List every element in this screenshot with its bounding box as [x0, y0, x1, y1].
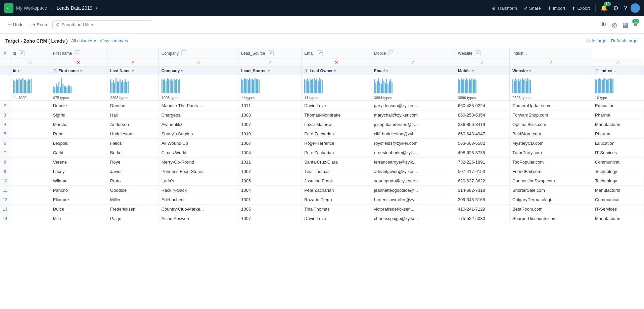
histogram-bar [312, 79, 313, 93]
list-icon-button[interactable]: ≡ 12 [632, 20, 639, 30]
table-cell: 620-637-3622 [455, 176, 509, 186]
types-id: 1 - 4900 [10, 95, 50, 101]
settings-button[interactable]: ⚙ [611, 3, 620, 13]
col-id-expand-icon[interactable]: ⤢ [19, 50, 25, 56]
table-row[interactable]: 13DulceFredericksenCountry·Club·Marke...… [0, 205, 644, 214]
col-lastname-filter[interactable]: Last Name ▾ [107, 67, 159, 75]
refresh-target-button[interactable]: Refresh target [611, 38, 639, 43]
col-email-filter[interactable]: Email ▾ [371, 67, 455, 75]
col-id-filter[interactable]: id ▾ [10, 67, 50, 75]
table-row[interactable]: 8VereneRoyeMerry-Go-Round1011Santa·Cruz·… [0, 158, 644, 167]
col-company-filter[interactable]: Company ▾ [158, 67, 238, 75]
table-row[interactable]: 2DonnieDensonMaurice·The·Pants·...1011Da… [0, 101, 644, 111]
histogram-bar [66, 87, 67, 93]
histogram-bar [512, 79, 513, 93]
back-button[interactable]: ← [4, 3, 13, 13]
import-button[interactable]: ⬇ Import [545, 4, 568, 12]
col-firstname-dropdown-icon[interactable]: ▾ [80, 69, 82, 73]
table-cell: Pharma [592, 111, 644, 120]
table-cell: roycfields@zylker.com [371, 139, 455, 148]
project-dropdown-icon[interactable]: ▾ [96, 6, 98, 10]
col-company-dropdown-icon[interactable]: ▾ [181, 69, 183, 73]
table-cell: 1007 [238, 139, 302, 148]
col-firstname-expand-icon[interactable]: ⤢ [75, 50, 80, 56]
table-cell [10, 111, 50, 120]
all-columns-button[interactable]: All columns ▾ [71, 38, 96, 43]
col-mobile-expand-icon[interactable]: ⤢ [388, 50, 394, 56]
histogram-bar [308, 81, 309, 93]
table-row[interactable]: 3SigfridHallChargepal1008Thomas·Mondrake… [0, 111, 644, 120]
transform-button[interactable]: ⊕ Transform [489, 4, 520, 12]
table-cell: Hall [107, 111, 159, 120]
histogram-bar [389, 81, 390, 93]
histogram-bar [162, 79, 163, 93]
share-button[interactable]: ⤢ Share [521, 4, 544, 12]
table-row[interactable]: 4MarchallAndersonAwthentikz1007Lazar·Mat… [0, 120, 644, 129]
status-leadsource: ✓ [238, 58, 302, 67]
chart-icon-button[interactable]: ▦ [621, 20, 630, 30]
view-summary-button[interactable]: View summary [100, 38, 128, 43]
col-industry-header: Indust... [510, 48, 592, 58]
table-row[interactable]: 9LaceyJavierPender's·Food·Stores1007Tina… [0, 167, 644, 176]
col-leadowner-filter[interactable]: T Lead Owner ▾ [302, 67, 371, 75]
col-email-expand-icon[interactable]: ⤢ [317, 50, 323, 56]
table-row[interactable]: 5RubeHuddlestonSunny's·Surplus1010Pete·Z… [0, 129, 644, 139]
col-firstname-header: First name ⤢ [50, 48, 107, 58]
col-email-dropdown-icon[interactable]: ▾ [386, 69, 388, 73]
table-cell [10, 120, 50, 129]
col-leadowner-type-icon: T [304, 69, 308, 73]
target-icon-button[interactable]: ◎ [610, 20, 618, 30]
col-mobile-dropdown-icon[interactable]: ▾ [472, 69, 474, 73]
view-toggle-eye-button[interactable]: 👁 [599, 20, 608, 30]
table-row[interactable]: 12ElianoreMillerErlebacher's1001Rozario·… [0, 195, 644, 205]
export-button[interactable]: ⬆ Export [569, 4, 593, 12]
histogram-bar [118, 82, 119, 93]
table-cell: charlesspaige@zylke... [371, 214, 455, 223]
col-company-expand-icon[interactable]: ⤢ [181, 50, 187, 56]
table-cell: Leupold [50, 139, 107, 148]
histogram-bar [124, 82, 125, 93]
notifications-button[interactable]: 🔔 12 [598, 3, 610, 13]
search-box[interactable]: ⚲ [52, 20, 153, 29]
table-cell: 12 [0, 195, 10, 205]
table-cell: Manufacturin [592, 214, 644, 223]
col-leadowner-dropdown-icon[interactable]: ▾ [334, 69, 336, 73]
col-lastname-dropdown-icon[interactable]: ▾ [132, 69, 134, 73]
table-cell: Maurice·The·Pants·... [158, 101, 238, 111]
table-row[interactable]: 14MilePaigeAsian·Answers1007David·Lovech… [0, 214, 644, 223]
col-leadsource-header: Lead_Source ⤢ [238, 48, 302, 58]
table-cell: 1011 [238, 158, 302, 167]
toolbar: ↩ Undo ↪ Redo ⚲ 👁 ◎ ▦ ≡ 12 [0, 16, 644, 34]
table-cell: Goodloe [107, 186, 159, 195]
status-ok-icon: ✓ [549, 60, 553, 65]
data-table: # id ⤢ First name ⤢ [0, 48, 644, 223]
search-input[interactable] [61, 22, 149, 27]
table-cell: 1005 [238, 176, 302, 186]
col-id-dropdown-icon[interactable]: ▾ [18, 69, 19, 73]
table-row[interactable]: 10WilmarProtoLuria's1005Jasmine·Franksea… [0, 176, 644, 186]
col-leadsource-expand-icon[interactable]: ⤢ [268, 50, 274, 56]
table-row[interactable]: 6LeupoldFieldsAll·Wound·Up1007Roger·Terr… [0, 139, 644, 148]
table-row[interactable]: 11PanchoGoodloeRack·N·Sack1004Pete·Zacha… [0, 186, 644, 195]
col-industry-filter[interactable]: T Indust... [592, 67, 644, 75]
hide-target-button[interactable]: Hide target [586, 38, 608, 43]
table-cell: Circus·World [158, 148, 238, 158]
histogram-bar [386, 79, 387, 93]
table-row[interactable]: 7CathiBurkeCircus·World1004Pete·Zacharia… [0, 148, 644, 158]
user-avatar[interactable] [631, 3, 640, 13]
top-navigation: ← My Workspace › Leads Data 2019 ▾ ⊕ Tra… [0, 0, 644, 16]
help-button[interactable]: ? [622, 3, 629, 13]
undo-button[interactable]: ↩ Undo [5, 21, 26, 29]
col-leadsource-dropdown-icon[interactable]: ▾ [268, 69, 270, 73]
redo-button[interactable]: ↪ Redo [29, 21, 50, 29]
histogram-bar [172, 81, 173, 93]
col-firstname-filter[interactable]: T First name ▾ [50, 67, 107, 75]
col-leadsource-filter[interactable]: Lead_Source ▾ [238, 67, 302, 75]
col-website-filter[interactable]: Website ▾ [510, 67, 592, 75]
col-website-expand-icon[interactable]: ⤢ [475, 50, 481, 56]
status-ok-icon: ✓ [411, 60, 415, 65]
histogram-bar [530, 80, 531, 93]
nav-divider [595, 4, 596, 12]
col-mobile-filter[interactable]: Mobile ▾ [455, 67, 509, 75]
col-website-dropdown-icon[interactable]: ▾ [529, 69, 531, 73]
